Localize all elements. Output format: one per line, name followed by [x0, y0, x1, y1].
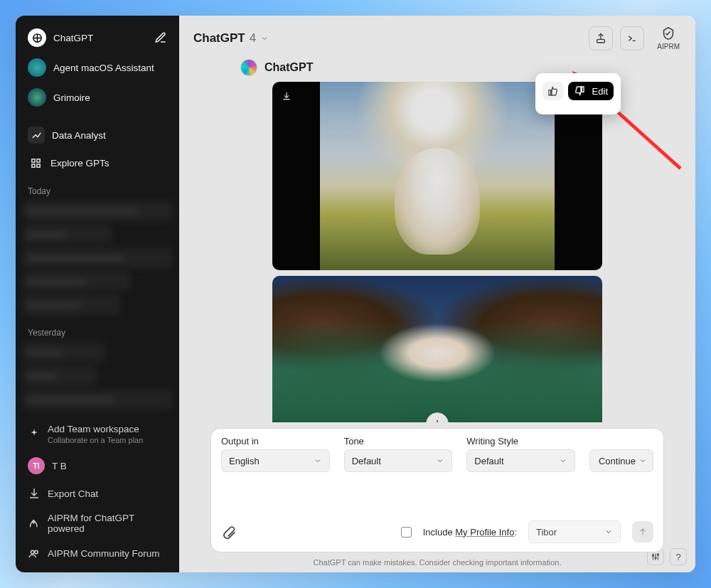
chevron-down-icon: [260, 34, 269, 43]
chevron-down-icon: [638, 456, 647, 465]
profile-select[interactable]: Tibor: [528, 520, 621, 543]
aiprm-powered-label: AIPRM for ChatGPT powered: [48, 513, 167, 534]
my-profile-info-link[interactable]: My Profile Info: [455, 527, 514, 538]
svg-rect-3: [31, 164, 34, 166]
include-profile-checkbox[interactable]: [401, 527, 412, 538]
output-in-value: English: [229, 456, 260, 466]
sidebar-item-agent-macos[interactable]: Agent macOS Assistant: [22, 53, 173, 82]
thumbs-down-edit-group: Edit: [568, 82, 614, 100]
terminal-button[interactable]: [620, 26, 644, 50]
grimoire-icon: [28, 88, 46, 107]
svg-point-7: [35, 550, 38, 554]
main-pane: ChatGPT 4 AIPRM ChatGPT: [179, 16, 695, 572]
svg-rect-2: [36, 159, 39, 161]
history-item[interactable]: xxxxxxxx: [22, 224, 112, 245]
download-icon: [282, 91, 292, 101]
chatgpt-logo-icon: [28, 28, 46, 47]
sidebar-app-label: ChatGPT: [53, 33, 147, 43]
history-item[interactable]: xxxxxxxxxxxx: [22, 271, 131, 292]
image-content-2: [272, 276, 602, 422]
composer-input[interactable]: [221, 478, 653, 520]
sidebar-app-row[interactable]: ChatGPT: [22, 23, 173, 53]
arrow-up-icon: [638, 527, 648, 537]
download-image-button[interactable]: [278, 87, 295, 105]
sidebar-item-data-analyst[interactable]: Data Analyst: [22, 121, 173, 149]
assistant-name: ChatGPT: [264, 61, 313, 74]
terminal-icon: [626, 33, 638, 44]
explore-grid-icon: [28, 155, 43, 171]
composer: Output in English Tone Default Writing S…: [210, 428, 664, 552]
send-button[interactable]: [632, 521, 653, 542]
user-row[interactable]: TI T B: [22, 451, 173, 480]
aiprm-forum-label: AIPRM Community Forum: [48, 548, 160, 559]
download-icon: [28, 487, 41, 500]
aiprm-label: AIPRM: [657, 43, 680, 50]
history-item[interactable]: xxxxxxx: [22, 342, 105, 363]
aiprm-powered[interactable]: AIPRM for ChatGPT powered: [22, 507, 173, 540]
svg-rect-1: [31, 159, 34, 161]
svg-rect-4: [36, 164, 39, 166]
section-yesterday: Yesterday: [22, 318, 173, 342]
tone-value: Default: [352, 456, 381, 466]
sidebar-item-grimoire[interactable]: Grimoire: [22, 82, 173, 112]
svg-point-5: [33, 521, 34, 523]
user-name: T B: [52, 461, 67, 471]
include-profile-label: Include My Profile Info:: [423, 527, 517, 538]
app-window: ChatGPT Agent macOS Assistant Grimoire D…: [16, 16, 695, 572]
help-button[interactable]: ?: [670, 548, 687, 565]
aiprm-forum[interactable]: AIPRM Community Forum: [22, 541, 173, 565]
export-chat[interactable]: Export Chat: [22, 481, 173, 506]
image-content-1: [320, 82, 555, 270]
share-icon: [595, 33, 606, 44]
continue-label: Continue: [599, 456, 636, 466]
sidebar-item-label: Data Analyst: [52, 130, 167, 141]
sparkle-icon: [28, 428, 41, 441]
share-button[interactable]: [589, 26, 613, 50]
new-chat-icon[interactable]: [154, 31, 167, 44]
community-icon: [28, 547, 41, 560]
sidebar-item-label: Grimoire: [53, 92, 167, 103]
continue-button[interactable]: Continue: [589, 449, 653, 472]
data-analyst-icon: [28, 127, 45, 144]
assistant-avatar: [240, 59, 257, 76]
topbar: ChatGPT 4 AIPRM: [179, 16, 695, 59]
history-item[interactable]: xxxxxx: [22, 365, 97, 386]
disclaimer: ChatGPT can make mistakes. Consider chec…: [179, 558, 695, 572]
aiprm-button[interactable]: AIPRM: [651, 23, 685, 53]
chevron-down-icon: [559, 456, 567, 465]
export-chat-label: Export Chat: [48, 488, 98, 499]
user-avatar: TI: [28, 457, 45, 474]
svg-rect-8: [597, 39, 605, 43]
history-item[interactable]: xxxxxxxxxxxxxxxxxxxx: [22, 247, 173, 268]
chevron-down-icon: [436, 456, 444, 465]
edit-button[interactable]: Edit: [592, 86, 608, 97]
model-selector[interactable]: ChatGPT 4: [189, 28, 273, 48]
sidebar-item-label: Agent macOS Assistant: [53, 63, 167, 73]
rocket-icon: [28, 517, 41, 530]
history-item[interactable]: xxxxxxxxxxxxxxxxxx: [22, 389, 173, 410]
thumbs-up-button[interactable]: [542, 82, 564, 100]
add-team-workspace[interactable]: Add Team workspace Collaborate on a Team…: [22, 418, 173, 450]
generated-image-1: Edit: [272, 82, 602, 270]
output-in-select[interactable]: English: [221, 449, 330, 472]
thumbs-down-icon[interactable]: [574, 85, 585, 97]
tone-select[interactable]: Default: [344, 449, 453, 472]
model-version: 4: [250, 31, 256, 46]
history-item[interactable]: xxxxxxxxxxxxxxxxxxxxxxx: [22, 201, 173, 221]
sidebar: ChatGPT Agent macOS Assistant Grimoire D…: [16, 16, 179, 572]
history-item[interactable]: xxxxxxxxxxx: [22, 294, 120, 315]
profile-value: Tibor: [536, 527, 557, 538]
model-name: ChatGPT: [193, 31, 245, 46]
arrow-down-icon: [432, 418, 443, 422]
chevron-down-icon: [604, 528, 613, 536]
tone-label: Tone: [344, 436, 453, 447]
agent-macos-icon: [28, 58, 46, 77]
svg-point-6: [31, 550, 35, 554]
writing-style-select[interactable]: Default: [466, 449, 575, 472]
sidebar-item-label: Explore GPTs: [50, 158, 167, 169]
attach-button[interactable]: [221, 524, 237, 540]
output-in-label: Output in: [221, 436, 330, 447]
chevron-down-icon: [314, 456, 322, 465]
sidebar-item-explore-gpts[interactable]: Explore GPTs: [22, 149, 173, 176]
aiprm-icon: [661, 26, 676, 41]
